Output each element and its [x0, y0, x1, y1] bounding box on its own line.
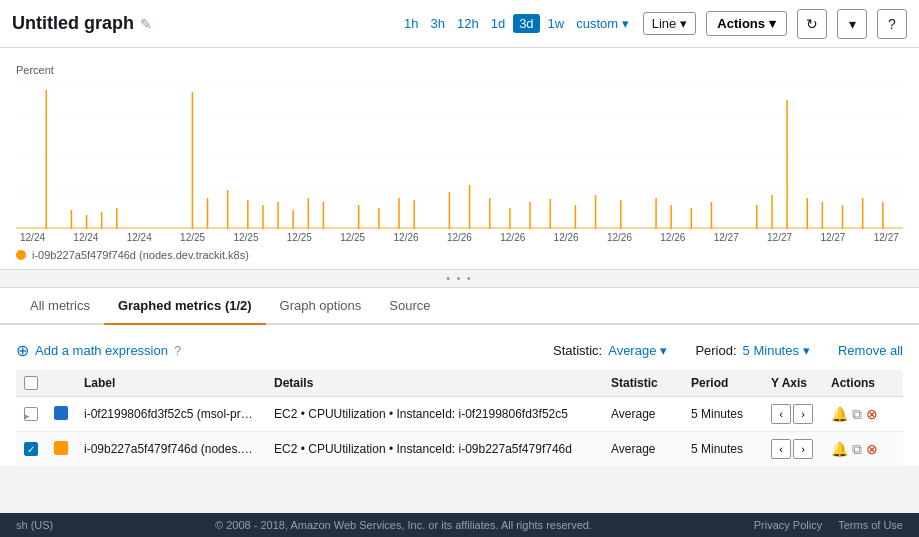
- row1-details: EC2 • CPUUtilization • InstanceId: i-0f2…: [274, 407, 595, 421]
- row1-details-cell: EC2 • CPUUtilization • InstanceId: i-0f2…: [266, 397, 603, 432]
- row2-details-cell: EC2 • CPUUtilization • InstanceId: i-09b…: [266, 432, 603, 467]
- row2-statistic: Average: [603, 432, 683, 467]
- remove-all-button[interactable]: Remove all: [838, 343, 903, 358]
- header-check: [16, 370, 46, 397]
- metrics-panel: ⊕ Add a math expression ? Statistic: Ave…: [0, 325, 919, 466]
- header-details: Details: [266, 370, 603, 397]
- table-row: ▸ i-0f2199806fd3f52c5 (msol-pro... EC2 •…: [16, 397, 903, 432]
- row2-y-left-btn[interactable]: ‹: [771, 439, 791, 459]
- x-axis-labels: 12/24 12/24 12/24 12/25 12/25 12/25 12/2…: [16, 232, 903, 243]
- time-3h[interactable]: 3h: [427, 14, 449, 33]
- time-custom[interactable]: custom ▾: [572, 14, 633, 33]
- top-bar: Untitled graph ✎ 1h 3h 12h 1d 3d 1w cust…: [0, 0, 919, 48]
- row1-delete-icon[interactable]: ⊗: [866, 406, 878, 422]
- row2-yaxis: ‹ ›: [763, 432, 823, 467]
- tab-graphed-metrics[interactable]: Graphed metrics (1/2): [104, 288, 266, 325]
- tab-source[interactable]: Source: [375, 288, 444, 325]
- time-controls: 1h 3h 12h 1d 3d 1w custom ▾: [400, 14, 633, 33]
- refresh-button[interactable]: ↻: [797, 9, 827, 39]
- time-3d[interactable]: 3d: [513, 14, 539, 33]
- row1-color-cell: [46, 397, 76, 432]
- header-label: Label: [76, 370, 266, 397]
- header-statistic: Statistic: [603, 370, 683, 397]
- row2-actions-cell: 🔔 ⧉ ⊗: [823, 432, 903, 467]
- legend-text: i-09b227a5f479f746d (nodes.dev.trackit.k…: [32, 249, 249, 261]
- tab-graph-options[interactable]: Graph options: [266, 288, 376, 325]
- tabs-bar: All metrics Graphed metrics (1/2) Graph …: [0, 288, 919, 325]
- graph-title: Untitled graph: [12, 13, 134, 34]
- add-math-row: ⊕ Add a math expression ? Statistic: Ave…: [16, 335, 903, 366]
- chart-type-label: Line: [652, 16, 677, 31]
- row2-delete-icon[interactable]: ⊗: [866, 441, 878, 457]
- row2-label-cell: i-09b227a5f479f746d (nodes.de...: [76, 432, 266, 467]
- row1-y-left-btn[interactable]: ‹: [771, 404, 791, 424]
- edit-icon[interactable]: ✎: [140, 16, 152, 32]
- time-12h[interactable]: 12h: [453, 14, 483, 33]
- help-icon: ?: [888, 16, 896, 32]
- collapse-dots: • • •: [446, 273, 472, 284]
- row1-label: i-0f2199806fd3f52c5 (msol-pro...: [84, 407, 254, 421]
- row2-label: i-09b227a5f479f746d (nodes.de...: [84, 442, 254, 456]
- actions-button[interactable]: Actions ▾: [706, 11, 787, 36]
- row1-check-cell: ▸: [16, 397, 46, 432]
- row2-checkbox[interactable]: ✓: [24, 442, 38, 456]
- help-icon-math[interactable]: ?: [174, 343, 181, 358]
- plus-icon: ⊕: [16, 341, 29, 360]
- row1-statistic: Average: [603, 397, 683, 432]
- time-1h[interactable]: 1h: [400, 14, 422, 33]
- chart-area: 1.60 1.30 1.00: [16, 80, 903, 230]
- row2-bell-icon[interactable]: 🔔: [831, 441, 848, 457]
- header-actions: Actions: [823, 370, 903, 397]
- table-body: ▸ i-0f2199806fd3f52c5 (msol-pro... EC2 •…: [16, 397, 903, 467]
- actions-dropdown-icon: ▾: [769, 16, 776, 31]
- legend-dot: [16, 250, 26, 260]
- row2-check-cell: ✓: [16, 432, 46, 467]
- time-1w[interactable]: 1w: [544, 14, 569, 33]
- period-label: Period:: [695, 343, 736, 358]
- row2-y-nav: ‹ ›: [771, 439, 815, 459]
- chart-container: Percent 1.60 1.30 1.00: [0, 48, 919, 270]
- header-checkbox[interactable]: [24, 376, 38, 390]
- title-area: Untitled graph ✎: [12, 13, 390, 34]
- tab-all-metrics[interactable]: All metrics: [16, 288, 104, 325]
- header-yaxis: Y Axis: [763, 370, 823, 397]
- row1-copy-icon[interactable]: ⧉: [852, 406, 862, 423]
- header-period: Period: [683, 370, 763, 397]
- row2-period: 5 Minutes: [683, 432, 763, 467]
- dropdown-extra-button[interactable]: ▾: [837, 9, 867, 39]
- row2-y-right-btn[interactable]: ›: [793, 439, 813, 459]
- chart-svg: 1.60 1.30 1.00: [16, 80, 903, 230]
- time-1d[interactable]: 1d: [487, 14, 509, 33]
- statistic-label: Statistic:: [553, 343, 602, 358]
- table-header: Label Details Statistic Period Y Axis Ac…: [16, 370, 903, 397]
- chart-type-arrow: ▾: [680, 16, 687, 31]
- chart-y-label: Percent: [16, 64, 903, 76]
- row2-color-cell: [46, 432, 76, 467]
- actions-label: Actions: [717, 16, 765, 31]
- row1-bell-icon[interactable]: 🔔: [831, 406, 848, 422]
- row1-actions-cell: 🔔 ⧉ ⊗: [823, 397, 903, 432]
- period-select[interactable]: 5 Minutes ▾: [743, 343, 810, 358]
- row2-color-swatch[interactable]: [54, 441, 68, 455]
- row1-checkbox[interactable]: ▸: [24, 407, 38, 421]
- chart-legend: i-09b227a5f479f746d (nodes.dev.trackit.k…: [16, 249, 903, 261]
- row1-y-nav: ‹ ›: [771, 404, 815, 424]
- refresh-icon: ↻: [806, 16, 818, 32]
- statistic-select[interactable]: Average ▾: [608, 343, 667, 358]
- stat-arrow: ▾: [660, 343, 667, 358]
- chart-type-select[interactable]: Line ▾: [643, 12, 697, 35]
- row2-copy-icon[interactable]: ⧉: [852, 441, 862, 458]
- help-button[interactable]: ?: [877, 9, 907, 39]
- table-row: ✓ i-09b227a5f479f746d (nodes.de... EC2 •…: [16, 432, 903, 467]
- add-math-link[interactable]: Add a math expression: [35, 343, 168, 358]
- row2-details: EC2 • CPUUtilization • InstanceId: i-09b…: [274, 442, 595, 456]
- period-arrow: ▾: [803, 343, 810, 358]
- row1-yaxis: ‹ ›: [763, 397, 823, 432]
- header-color: [46, 370, 76, 397]
- metrics-table: Label Details Statistic Period Y Axis Ac…: [16, 370, 903, 466]
- collapse-bar[interactable]: • • •: [0, 270, 919, 288]
- row1-y-right-btn[interactable]: ›: [793, 404, 813, 424]
- dropdown-extra-icon: ▾: [849, 16, 856, 32]
- row1-label-cell: i-0f2199806fd3f52c5 (msol-pro...: [76, 397, 266, 432]
- row1-color-swatch[interactable]: [54, 406, 68, 420]
